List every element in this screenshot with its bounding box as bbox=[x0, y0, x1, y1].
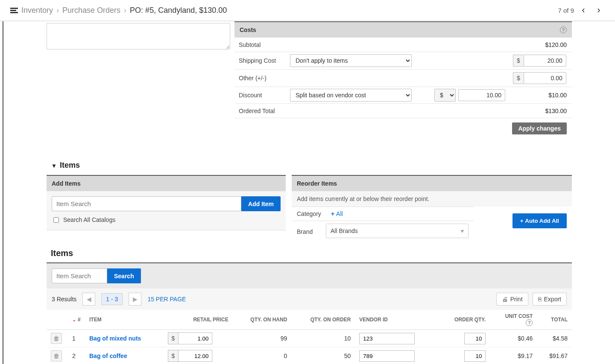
unit-cost: $9.17 bbox=[490, 347, 537, 364]
col-vendor[interactable]: VENDOR ID bbox=[355, 310, 438, 330]
discount-apply-select[interactable]: Split based on vendor cost bbox=[290, 89, 412, 102]
qty-on-order: 10 bbox=[291, 330, 355, 347]
qty-on-hand: 0 bbox=[233, 347, 292, 364]
items-section-title: Items bbox=[60, 161, 80, 170]
brand-label: Brand bbox=[292, 225, 326, 239]
discount-total: $10.00 bbox=[508, 89, 572, 101]
item-link[interactable]: Bag of coffee bbox=[89, 352, 127, 359]
breadcrumb: Inventory › Purchase Orders › PO: #5, Ca… bbox=[10, 6, 227, 15]
col-onhand[interactable]: QTY. ON HAND bbox=[233, 310, 292, 330]
print-icon: 🖨 bbox=[502, 296, 508, 303]
shipping-apply-select[interactable]: Don't apply to items bbox=[290, 54, 412, 67]
record-counter: 7 of 9 bbox=[558, 7, 574, 14]
row-total: $4.58 bbox=[537, 330, 572, 347]
help-icon[interactable]: ? bbox=[560, 26, 567, 33]
table-row: 🗑2Bag of coffee$050$9.17$91.67 bbox=[47, 347, 572, 364]
export-icon: ⎘ bbox=[538, 296, 542, 303]
col-retail[interactable]: RETAIL PRICE bbox=[164, 310, 233, 330]
category-label: Category bbox=[292, 207, 326, 221]
sort-icon[interactable]: ⌄ bbox=[72, 317, 76, 322]
next-page-button[interactable]: ▶ bbox=[129, 293, 141, 306]
delete-row-button[interactable]: 🗑 bbox=[51, 333, 62, 344]
help-icon[interactable]: ? bbox=[526, 319, 533, 326]
subtotal-value: $120.00 bbox=[508, 39, 572, 51]
breadcrumb-inventory[interactable]: Inventory bbox=[21, 6, 53, 15]
notes-textarea[interactable] bbox=[47, 23, 230, 50]
breadcrumb-current: PO: #5, Candyland, $130.00 bbox=[130, 6, 227, 15]
order-qty-input[interactable] bbox=[464, 333, 486, 344]
qty-on-hand: 99 bbox=[233, 330, 292, 347]
discount-amount-input[interactable] bbox=[458, 89, 505, 101]
per-page-link[interactable]: 15 PER PAGE bbox=[147, 296, 186, 303]
col-onorder[interactable]: QTY. ON ORDER bbox=[291, 310, 355, 330]
delete-row-button[interactable]: 🗑 bbox=[51, 350, 62, 361]
shipping-amount-input[interactable] bbox=[524, 55, 566, 67]
add-items-header: Add Items bbox=[47, 176, 286, 191]
apply-changes-button[interactable]: Apply changes bbox=[512, 122, 567, 134]
reorder-help-text: Add items currently at or below their re… bbox=[292, 191, 572, 207]
retail-price-input[interactable] bbox=[178, 350, 212, 362]
prev-record-button[interactable]: ‹ bbox=[577, 4, 589, 16]
col-item[interactable]: ITEM bbox=[85, 310, 164, 330]
other-label: Other (+/-) bbox=[234, 72, 287, 84]
reorder-items-header: Reorder Items bbox=[292, 176, 572, 191]
category-all-link[interactable]: + All bbox=[331, 210, 343, 217]
discount-label: Discount bbox=[234, 89, 287, 101]
item-link[interactable]: Bag of mixed nuts bbox=[89, 335, 141, 342]
search-all-catalogs-checkbox[interactable] bbox=[53, 217, 59, 223]
subtotal-label: Subtotal bbox=[234, 39, 287, 51]
add-item-search-input[interactable] bbox=[52, 196, 241, 211]
vendor-id-input[interactable] bbox=[359, 333, 415, 344]
discount-type-select[interactable]: $ bbox=[434, 89, 456, 102]
order-qty-input[interactable] bbox=[464, 350, 486, 362]
print-button[interactable]: 🖨Print bbox=[496, 293, 528, 306]
other-amount-input[interactable] bbox=[524, 72, 566, 84]
costs-title: Costs bbox=[240, 26, 256, 33]
menu-icon[interactable] bbox=[10, 7, 18, 14]
row-number: 1 bbox=[68, 330, 85, 347]
chevron-down-icon[interactable]: ▾ bbox=[53, 162, 56, 169]
search-all-catalogs-label: Search All Catalogs bbox=[63, 216, 115, 223]
brand-select[interactable]: All Brands ▾ bbox=[326, 224, 469, 238]
items-search-input[interactable] bbox=[52, 268, 107, 283]
row-number: 2 bbox=[68, 347, 85, 364]
items-list-title: Items bbox=[47, 242, 572, 262]
page-range: 1 - 3 bbox=[101, 293, 123, 305]
row-total: $91.67 bbox=[537, 347, 572, 364]
prev-page-button[interactable]: ◀ bbox=[82, 293, 95, 306]
items-search-button[interactable]: Search bbox=[107, 268, 141, 283]
export-button[interactable]: ⎘Export bbox=[533, 293, 567, 306]
shipping-label: Shipping Cost bbox=[234, 55, 287, 67]
ordered-total-label: Ordered Total bbox=[234, 105, 287, 117]
currency-symbol: $ bbox=[513, 55, 524, 67]
col-total[interactable]: TOTAL bbox=[537, 310, 572, 330]
add-item-button[interactable]: Add Item bbox=[241, 196, 281, 211]
chevron-right-icon: › bbox=[56, 6, 59, 15]
chevron-right-icon: › bbox=[124, 6, 126, 15]
vendor-id-input[interactable] bbox=[359, 350, 415, 362]
ordered-total-value: $130.00 bbox=[508, 105, 572, 117]
retail-price-input[interactable] bbox=[178, 332, 212, 344]
chevron-down-icon: ▾ bbox=[461, 227, 464, 234]
breadcrumb-purchase-orders[interactable]: Purchase Orders bbox=[62, 6, 120, 15]
unit-cost: $0.46 bbox=[490, 330, 537, 347]
col-orderqty[interactable]: ORDER QTY. bbox=[438, 310, 490, 330]
auto-add-all-button[interactable]: + Auto Add All bbox=[512, 213, 567, 228]
col-unitcost[interactable]: UNIT COST? bbox=[490, 310, 537, 330]
currency-symbol: $ bbox=[513, 72, 524, 84]
results-count: 3 Results bbox=[52, 296, 76, 303]
table-row: 🗑1Bag of mixed nuts$9910$0.46$4.58 bbox=[47, 330, 572, 347]
next-record-button[interactable]: › bbox=[593, 4, 605, 16]
qty-on-order: 50 bbox=[291, 347, 355, 364]
